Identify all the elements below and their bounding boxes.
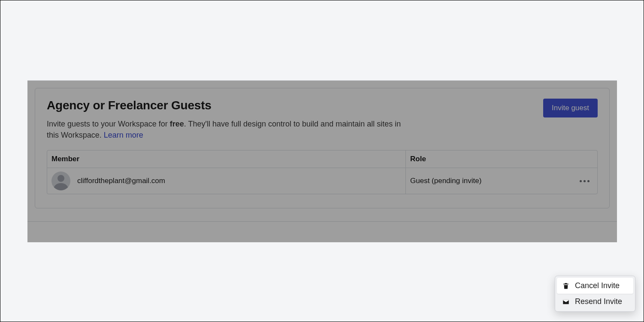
menu-item-label: Resend Invite: [575, 297, 622, 306]
trash-icon: [562, 282, 570, 290]
row-actions-menu: Cancel Invite Resend Invite: [555, 276, 635, 312]
guests-panel: Agency or Freelancer Guests Invite guest…: [27, 80, 617, 242]
modal-backdrop[interactable]: [27, 81, 617, 242]
menu-item-cancel-invite[interactable]: Cancel Invite: [557, 278, 633, 294]
mail-icon: [562, 298, 570, 306]
menu-item-resend-invite[interactable]: Resend Invite: [557, 294, 633, 310]
menu-item-label: Cancel Invite: [575, 281, 620, 290]
